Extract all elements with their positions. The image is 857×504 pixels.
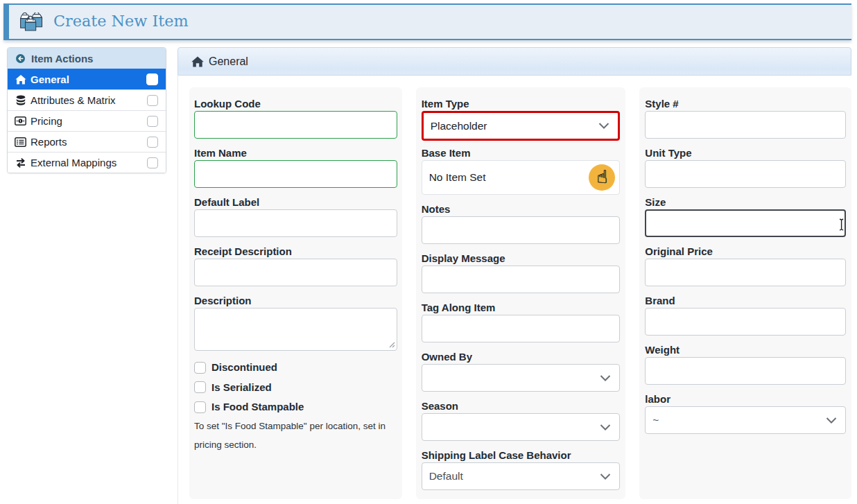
chevron-down-icon	[600, 424, 611, 431]
sidebar-item-label: Reports	[31, 136, 147, 148]
field-unit-type: Unit Type	[645, 146, 846, 188]
field-label: Weight	[645, 343, 846, 356]
field-shipping-label-case-behavior: Shipping Label Case Behavior Default	[422, 449, 621, 490]
field-season: Season	[422, 399, 621, 441]
weight-input[interactable]	[645, 357, 846, 385]
sidebar-item-checkbox[interactable]	[147, 137, 158, 148]
list-card-icon	[15, 136, 26, 148]
sidebar-item-general[interactable]: General	[8, 69, 166, 89]
breadcrumb: General	[178, 47, 851, 76]
field-label: Base Item	[422, 146, 621, 159]
food-stampable-note: To set "Is Food Stampable" per location,…	[194, 417, 390, 454]
field-label: Description	[194, 294, 397, 307]
labor-select[interactable]: ~	[645, 406, 846, 434]
description-textarea[interactable]	[194, 308, 397, 351]
field-receipt-description: Receipt Description	[194, 245, 397, 286]
sidebar-item-label: Pricing	[31, 115, 147, 127]
field-size: Size	[645, 195, 846, 237]
field-owned-by: Owned By	[422, 350, 621, 392]
home-icon	[191, 56, 204, 67]
main-panel: General Lookup Code Item Name Default La…	[178, 47, 851, 504]
breadcrumb-label: General	[209, 55, 248, 68]
season-select[interactable]	[422, 413, 621, 441]
select-value: Placeholder	[431, 120, 599, 132]
receipt-description-input[interactable]	[194, 259, 397, 286]
page-title: Create New Item	[53, 13, 189, 31]
field-label: Default Label	[194, 195, 397, 209]
is-food-stampable-checkbox[interactable]	[194, 401, 206, 413]
owned-by-select[interactable]	[422, 364, 621, 392]
home-icon	[15, 73, 26, 85]
swap-arrows-icon	[15, 157, 26, 168]
form-body: Lookup Code Item Name Default Label Rece…	[178, 76, 851, 504]
sidebar-item-pricing[interactable]: Pricing	[8, 110, 166, 131]
form-column-3: Style # Unit Type Size Original Price Br…	[639, 87, 851, 499]
field-description: Description	[194, 294, 397, 351]
field-weight: Weight	[645, 343, 846, 385]
form-column-1: Lookup Code Item Name Default Label Rece…	[189, 87, 402, 499]
is-serialized-checkbox[interactable]	[194, 381, 206, 393]
field-notes: Notes	[422, 202, 621, 244]
field-label: Tag Along Item	[422, 301, 621, 314]
sidebar-item-label: Attributes & Matrix	[31, 94, 147, 106]
sidebar-header[interactable]: Item Actions	[8, 48, 166, 69]
field-base-item: Base Item No Item Set ☝	[422, 146, 621, 195]
sidebar-item-reports[interactable]: Reports	[8, 131, 166, 152]
field-label: Size	[645, 195, 846, 209]
field-label: Notes	[422, 202, 621, 216]
select-base-item-button[interactable]: ☝	[589, 164, 615, 191]
field-label: Original Price	[645, 245, 846, 258]
select-value: ~	[652, 414, 826, 426]
select-value: Default	[429, 470, 600, 483]
field-brand: Brand	[645, 294, 846, 336]
sidebar-item-external-mappings[interactable]: External Mappings	[8, 152, 166, 173]
field-label: labor	[645, 392, 846, 406]
display-message-input[interactable]	[422, 266, 621, 293]
form-column-2: Item Type Placeholder Base Item No Item …	[416, 87, 626, 499]
original-price-input[interactable]	[645, 259, 846, 286]
hand-point-icon: ☝	[596, 168, 607, 186]
sidebar-header-label: Item Actions	[31, 53, 93, 64]
sidebar-item-label: External Mappings	[31, 157, 147, 168]
discontinued-checkbox[interactable]	[194, 362, 206, 374]
field-item-name: Item Name	[194, 146, 397, 188]
chevron-down-icon	[826, 417, 837, 424]
checkbox-group: Discontinued Is Serialized Is Food Stamp…	[194, 361, 397, 413]
sidebar-item-label: General	[31, 73, 146, 85]
database-icon	[15, 94, 26, 106]
field-item-type: Item Type Placeholder	[422, 97, 621, 141]
checkbox-label: Is Serialized	[211, 381, 272, 394]
sidebar-item-checkbox[interactable]	[147, 116, 158, 127]
field-lookup-code: Lookup Code	[194, 97, 397, 139]
field-label: Brand	[645, 294, 846, 307]
sidebar-item-checkbox[interactable]	[147, 157, 158, 168]
tag-along-item-input[interactable]	[422, 315, 621, 342]
item-type-select[interactable]: Placeholder	[422, 111, 621, 141]
unit-type-input[interactable]	[645, 160, 846, 188]
size-input[interactable]	[645, 209, 846, 237]
chevron-down-icon	[598, 123, 609, 129]
field-tag-along-item: Tag Along Item	[422, 301, 621, 342]
checkbox-discontinued: Discontinued	[194, 361, 397, 374]
sidebar-item-checkbox[interactable]	[146, 73, 158, 85]
field-display-message: Display Message	[422, 252, 621, 293]
default-label-input[interactable]	[194, 209, 397, 237]
checkbox-label: Discontinued	[211, 361, 277, 374]
lookup-code-input[interactable]	[194, 111, 397, 139]
field-label: Item Name	[194, 146, 397, 159]
shipping-label-case-behavior-select[interactable]: Default	[422, 462, 621, 490]
style-number-input[interactable]	[645, 111, 846, 139]
app-header: Create New Item	[3, 3, 851, 40]
field-label: Season	[422, 399, 621, 412]
sidebar-item-attributes-matrix[interactable]: Attributes & Matrix	[8, 89, 166, 110]
notes-input[interactable]	[422, 216, 621, 244]
shopping-bags-icon	[19, 12, 44, 31]
checkbox-is-serialized: Is Serialized	[194, 381, 397, 394]
field-label: Owned By	[422, 350, 621, 363]
field-original-price: Original Price	[645, 245, 846, 286]
sidebar: Item Actions General Attributes & Matrix	[7, 47, 166, 173]
sidebar-item-checkbox[interactable]	[147, 95, 158, 106]
checkbox-label: Is Food Stampable	[211, 401, 304, 413]
item-name-input[interactable]	[194, 160, 397, 188]
brand-input[interactable]	[645, 308, 846, 336]
